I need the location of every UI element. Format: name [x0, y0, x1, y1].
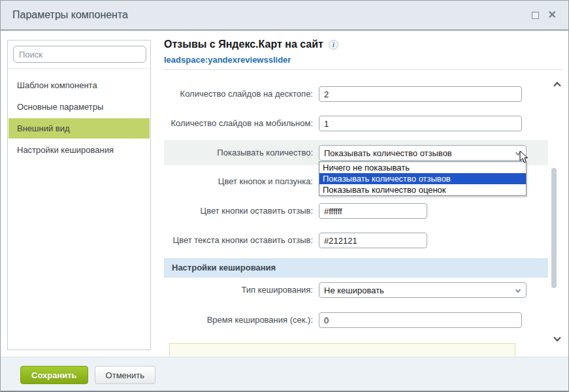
review-btn-text-color-input[interactable]	[319, 233, 427, 248]
page-title: Отзывы с Яндекс.Карт на сайт	[164, 39, 323, 50]
review-btn-color-input[interactable]	[319, 203, 427, 219]
dropdown-option-ratings[interactable]: Показывать количество оценок	[319, 184, 526, 195]
component-name-link[interactable]: leadspace:yandexreviewsslider	[164, 55, 291, 65]
cache-type-selected-value: Не кешировать	[324, 286, 384, 295]
slides-desktop-label: Количество слайдов на десктопе:	[164, 86, 313, 102]
sidebar-divider	[8, 68, 150, 69]
clipped-notice-box	[169, 343, 515, 356]
chevron-down-icon	[515, 150, 521, 155]
chevron-down-icon	[515, 287, 521, 293]
info-icon[interactable]: i	[329, 40, 338, 50]
cache-type-select[interactable]: Не кешировать	[319, 282, 527, 298]
cache-type-label: Тип кеширования:	[164, 282, 313, 298]
review-btn-color-label: Цвет кнопки оставить отзыв:	[164, 203, 313, 219]
cache-settings-section-header: Настройки кеширования	[164, 258, 548, 278]
dropdown-option-nothing[interactable]: Ничего не показывать	[319, 162, 526, 173]
slides-mobile-label: Количество слайдов на мобильном:	[164, 116, 313, 131]
show-count-selected-value: Показывать количество отзывов	[324, 148, 452, 158]
sidebar: Шаблон компонента Основные параметры Вне…	[7, 40, 151, 350]
slides-mobile-input[interactable]	[319, 116, 522, 131]
search-input[interactable]	[13, 46, 146, 63]
scroll-up-icon[interactable]	[553, 82, 561, 89]
show-count-label: Показывать количество:	[164, 145, 313, 161]
scrollbar-thumb[interactable]	[551, 168, 557, 288]
sidebar-item-component-template[interactable]: Шаблон компонента	[8, 75, 150, 95]
sidebar-item-main-parameters[interactable]: Основные параметры	[8, 97, 150, 117]
cache-time-label: Время кеширования (сек.):	[164, 312, 313, 328]
sidebar-item-cache-settings[interactable]: Настройки кеширования	[8, 140, 150, 160]
show-count-dropdown: Ничего не показывать Показывать количест…	[319, 161, 527, 196]
buttons-color-label: Цвет кнопок и ползунка:	[164, 174, 313, 189]
cancel-button[interactable]: Отменить	[95, 366, 155, 384]
dialog-title: Параметры компонента	[12, 9, 128, 21]
main-panel: Отзывы с Яндекс.Карт на сайт i leadspace…	[164, 1, 569, 392]
dropdown-option-reviews[interactable]: Показывать количество отзывов	[319, 173, 526, 184]
dialog-footer: Сохранить Отменить	[1, 357, 569, 392]
review-btn-text-color-label: Цвет текста кнопки оставить отзыв:	[164, 233, 313, 248]
scroll-down-icon[interactable]	[553, 334, 561, 341]
show-count-select[interactable]: Показывать количество отзывов	[319, 145, 527, 161]
save-button[interactable]: Сохранить	[20, 366, 88, 384]
component-parameters-dialog: Параметры компонента ✕ Шаблон компонента…	[0, 0, 569, 392]
slides-desktop-input[interactable]	[319, 86, 522, 102]
page-title-row: Отзывы с Яндекс.Карт на сайт i	[164, 39, 338, 50]
sidebar-item-appearance[interactable]: Внешний вид	[8, 118, 150, 139]
cache-time-input[interactable]	[319, 312, 522, 328]
header-divider	[164, 69, 562, 70]
